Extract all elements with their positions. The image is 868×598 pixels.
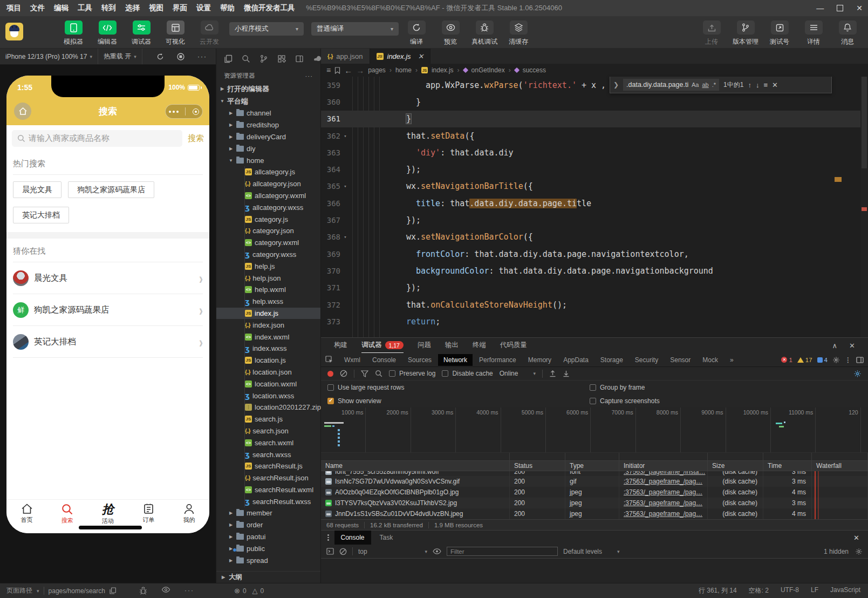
tree-item-searchResult.js[interactable]: JSsearchResult.js [216,460,320,472]
devtools-tab-Network[interactable]: Network [438,354,473,366]
toolbar-button-调试器[interactable]: 调试器 [128,21,154,46]
devtools-tab-»[interactable]: » [725,354,739,366]
tree-item-location20201227.zip[interactable]: ⁞location20201227.zip [216,402,320,413]
devtools-tab-Wxml[interactable]: Wxml [339,354,366,366]
tree-item-home[interactable]: ▼home [216,154,320,166]
tree-item-creditshop[interactable]: ▶creditshop [216,119,320,131]
breadcrumb-item-onGetIndex[interactable]: onGetIndex [471,66,505,74]
fold-icon[interactable]: ▾ [340,184,350,189]
hot-reload-toggle[interactable]: 热重载 开▾ [98,49,142,64]
toolbar-button-上传[interactable]: 上传 [699,21,725,46]
copy-path-icon[interactable] [110,587,116,594]
filter-funnel-icon[interactable] [361,370,368,377]
context-selector[interactable]: top▾ [358,548,427,555]
explorer-more-icon[interactable]: ··· [305,73,313,79]
find-input[interactable]: .data.diy.data.page.ti Aa ab .* [623,79,719,91]
outline-icon[interactable]: ≡ [326,66,331,74]
tree-item-location.json[interactable]: {..}location.json [216,366,320,378]
preview-page-eye-icon[interactable] [161,587,170,595]
record-network-icon[interactable] [327,371,333,377]
tree-item-location.wxml[interactable]: <>location.wxml [216,378,320,390]
find-in-selection-icon[interactable]: ≡ [763,81,768,89]
find-expand-icon[interactable]: ❯ [613,81,619,89]
cursor-position[interactable]: 行 361, 列 14 [699,586,737,595]
capsule-menu[interactable] [165,104,203,119]
toolbar-button-云开发[interactable]: 云开发 [196,21,222,46]
menu-item-设置[interactable]: 设置 [196,3,211,13]
console-tab-Console[interactable]: Console [334,531,371,545]
tree-item-deliveryCard[interactable]: ▶deliveryCard [216,131,320,143]
toolbar-button-真机调试[interactable]: 真机调试 [471,21,497,46]
root-folder-section[interactable]: ▼平台端 [216,95,320,107]
group-by-frame-checkbox[interactable]: Group by frame [590,384,645,391]
refresh-simulator-icon[interactable] [156,53,164,60]
devtools-tab-Sources[interactable]: Sources [402,354,437,366]
search-files-icon[interactable] [242,55,250,63]
source-control-icon[interactable] [259,55,268,63]
menu-item-帮助[interactable]: 帮助 [220,3,235,13]
guess-list-item[interactable]: 英记大排档› [6,326,209,358]
menu-item-选择[interactable]: 选择 [125,3,140,13]
console-output-area[interactable] [321,559,868,583]
tab-item-首页[interactable]: 首页 [6,500,47,533]
tree-item-search.json[interactable]: {..}search.json [216,425,320,437]
panel-tab-构建[interactable]: 构建 [334,338,347,353]
extensions-icon[interactable] [277,55,286,63]
clear-network-icon[interactable] [340,370,347,377]
info-count[interactable]: 4 [817,357,828,363]
tree-item-spread[interactable]: ▶spread [216,554,320,566]
devtools-tab-Sensor[interactable]: Sensor [665,354,696,366]
menu-item-视图[interactable]: 视图 [149,3,163,13]
statusbar-more-icon[interactable]: ··· [184,587,194,595]
tree-item-member[interactable]: ▶member [216,507,320,519]
menu-item-工具[interactable]: 工具 [78,3,92,13]
console-filter-input[interactable] [447,547,558,556]
toolbar-button-编辑器[interactable]: 编辑器 [94,21,120,46]
panel-tab-输出[interactable]: 输出 [445,338,459,353]
tree-item-paotui[interactable]: ▶paotui [216,531,320,543]
toolbar-button-可视化[interactable]: 可视化 [162,21,188,46]
dock-side-icon[interactable] [856,357,864,363]
find-close-icon[interactable]: ✕ [772,81,778,89]
breadcrumb-item-pages[interactable]: pages [368,66,386,74]
tree-item-index.wxss[interactable]: ʒindex.wxss [216,343,320,355]
close-drawer-icon[interactable]: ✕ [853,534,865,542]
simulator-more-icon[interactable]: ··· [197,53,207,60]
column-header-Name[interactable]: Name [321,461,510,471]
tree-item-searchResult.json[interactable]: {..}searchResult.json [216,472,320,484]
export-har-icon[interactable] [563,370,570,377]
close-button[interactable]: ✕ [856,4,863,12]
tree-item-order[interactable]: ▶order [216,519,320,531]
console-sidebar-icon[interactable] [326,548,334,555]
disable-cache-checkbox[interactable]: Disable cache [442,370,493,377]
column-header-Initiator[interactable]: Initiator [619,461,708,471]
search-network-icon[interactable] [375,370,382,377]
throttling-dropdown[interactable]: Online▾ [500,370,536,377]
device-selector[interactable]: iPhone 12/13 (Pro) 100% 17▾ [0,49,98,64]
editor-tab-index.js[interactable]: JSindex.js✕ [370,49,431,64]
tree-item-allcategory.wxml[interactable]: <>allcategory.wxml [216,190,320,202]
panel-tab-调试器[interactable]: 调试器1,17 [361,338,404,353]
guess-list-item[interactable]: 晨光文具› [6,262,209,294]
devtools-tab-Security[interactable]: Security [630,354,664,366]
bookmark-icon[interactable] [334,67,340,74]
eye-icon[interactable] [433,548,441,554]
hot-search-tag[interactable]: 狗凯之家源码蔬果店 [68,181,154,198]
minimize-button[interactable]: — [816,4,824,12]
toolbar-button-详情[interactable]: 详情 [801,21,826,46]
toolbar-button-预览[interactable]: 预览 [438,21,463,46]
hot-search-tag[interactable]: 英记大排档 [13,207,69,223]
tree-item-index.wxml[interactable]: <>index.wxml [216,331,320,343]
stop-record-icon[interactable] [177,53,184,60]
breadcrumb-item-index.js[interactable]: index.js [432,66,454,74]
network-request-row[interactable]: IsnNc7SG7D7wUVdvwa0gN0SsVvCSnv.gif200gif… [321,476,868,487]
tree-item-category.json[interactable]: {..}category.json [216,225,320,237]
devtools-kebab-icon[interactable]: ⋮ [845,356,851,364]
devtools-tab-Storage[interactable]: Storage [595,354,628,366]
toolbar-button-编译[interactable]: 编译 [404,21,429,46]
close-panel-icon[interactable]: ✕ [849,342,855,350]
menu-item-文件[interactable]: 文件 [30,3,45,13]
preserve-log-checkbox[interactable]: Preserve log [389,370,435,377]
tree-item-allcategory.wxss[interactable]: ʒallcategory.wxss [216,201,320,213]
search-submit-button[interactable]: 搜索 [188,133,204,144]
